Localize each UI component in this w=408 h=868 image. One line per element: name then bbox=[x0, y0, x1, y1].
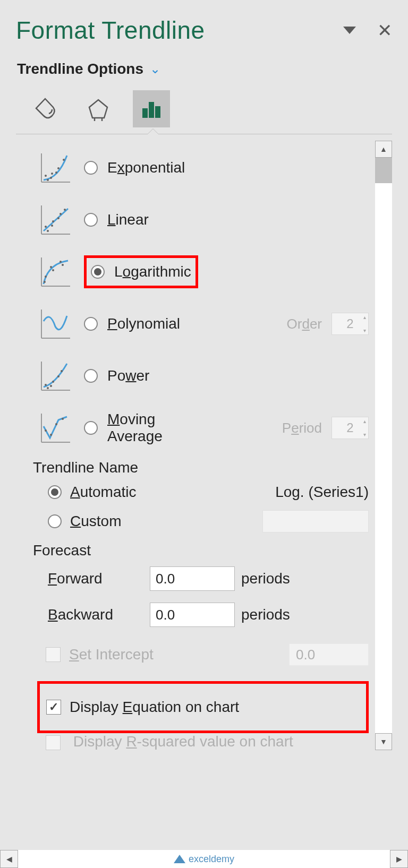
forecast-forward-row: Forward periods bbox=[37, 566, 369, 591]
trendline-type-polynomial[interactable]: Polynomial Order 2▴▾ bbox=[37, 303, 369, 345]
label-power: Power bbox=[107, 367, 149, 384]
display-equation-highlight: Display Equation on chart bbox=[37, 681, 369, 733]
close-icon[interactable]: ✕ bbox=[377, 20, 392, 41]
svg-point-37 bbox=[45, 384, 47, 386]
automatic-name-value: Log. (Series1) bbox=[275, 484, 369, 501]
radio-name-automatic[interactable] bbox=[48, 485, 62, 499]
scroll-track[interactable] bbox=[375, 158, 392, 733]
vertical-scrollbar[interactable]: ▲ ▼ bbox=[375, 141, 392, 750]
ma-period-label: Period bbox=[282, 420, 322, 436]
tabs-divider bbox=[16, 134, 392, 134]
pane-header: Format Trendline ✕ bbox=[16, 16, 392, 45]
svg-point-8 bbox=[45, 175, 47, 177]
svg-point-48 bbox=[62, 418, 64, 420]
svg-point-20 bbox=[52, 220, 54, 222]
label-logarithmic: Logarithmic bbox=[114, 263, 191, 280]
trendline-name-automatic-row[interactable]: Automatic Log. (Series1) bbox=[37, 484, 369, 501]
linear-icon bbox=[37, 201, 74, 238]
moving-average-icon bbox=[37, 409, 74, 446]
pane-title: Format Trendline bbox=[16, 16, 205, 45]
trendline-type-power[interactable]: Power bbox=[37, 355, 369, 397]
hscroll-track[interactable]: exceldemy bbox=[18, 850, 390, 868]
watermark-icon bbox=[174, 855, 185, 863]
section-forecast: Forecast bbox=[33, 542, 369, 559]
label-name-custom: Custom bbox=[70, 513, 121, 530]
custom-name-input[interactable] bbox=[262, 510, 369, 532]
trendline-type-exponential[interactable]: Exponential bbox=[37, 147, 369, 188]
svg-point-11 bbox=[50, 177, 52, 179]
watermark-text: exceldemy bbox=[189, 854, 234, 865]
horizontal-scrollbar[interactable]: ◀ exceldemy ▶ bbox=[0, 850, 408, 868]
scroll-thumb[interactable] bbox=[375, 158, 392, 183]
set-intercept-input: 0.0 bbox=[289, 643, 369, 666]
radio-polynomial[interactable] bbox=[84, 317, 98, 331]
svg-point-21 bbox=[51, 225, 53, 227]
radio-moving-average[interactable] bbox=[84, 421, 98, 435]
scroll-up-button[interactable]: ▲ bbox=[375, 141, 392, 158]
tab-fill-line[interactable] bbox=[27, 90, 64, 127]
label-moving-average: MovingAverage bbox=[107, 411, 163, 445]
radio-linear[interactable] bbox=[84, 213, 98, 227]
svg-point-14 bbox=[63, 159, 65, 161]
forward-label: Forward bbox=[48, 570, 143, 587]
svg-point-30 bbox=[52, 269, 54, 271]
logarithmic-highlight: Logarithmic bbox=[84, 255, 198, 288]
forward-input[interactable] bbox=[150, 566, 235, 591]
svg-point-40 bbox=[50, 385, 52, 387]
trendline-type-logarithmic[interactable]: Logarithmic bbox=[37, 251, 369, 293]
svg-point-47 bbox=[55, 423, 57, 425]
svg-point-45 bbox=[45, 429, 47, 432]
svg-point-23 bbox=[57, 217, 60, 219]
power-icon bbox=[37, 357, 74, 394]
svg-point-22 bbox=[60, 213, 62, 215]
scroll-down-button[interactable]: ▼ bbox=[375, 733, 392, 750]
backward-input[interactable] bbox=[150, 603, 235, 627]
radio-exponential[interactable] bbox=[84, 161, 98, 175]
chevron-down-icon: ⌄ bbox=[150, 62, 160, 76]
svg-point-42 bbox=[57, 375, 60, 377]
header-controls: ✕ bbox=[343, 20, 392, 41]
radio-logarithmic[interactable] bbox=[91, 265, 105, 279]
svg-rect-4 bbox=[149, 102, 154, 118]
tab-effects[interactable] bbox=[80, 90, 117, 127]
svg-point-12 bbox=[57, 167, 60, 169]
label-polynomial: Polynomial bbox=[107, 315, 180, 332]
section-trendline-name: Trendline Name bbox=[33, 459, 369, 476]
radio-name-custom[interactable] bbox=[48, 514, 62, 528]
display-r2-row-cutoff: Display R-squared value on chart bbox=[37, 733, 369, 750]
format-trendline-pane: Format Trendline ✕ Trendline Options ⌄ E… bbox=[0, 0, 408, 868]
svg-rect-5 bbox=[155, 106, 160, 118]
svg-point-19 bbox=[47, 230, 49, 232]
svg-point-32 bbox=[62, 264, 64, 266]
trendline-name-custom-row[interactable]: Custom bbox=[37, 510, 369, 532]
label-display-equation: Display Equation on chart bbox=[70, 699, 239, 716]
svg-rect-3 bbox=[142, 108, 148, 118]
svg-point-39 bbox=[52, 381, 54, 383]
label-exponential: Exponential bbox=[107, 159, 185, 176]
display-equation-row[interactable]: Display Equation on chart bbox=[46, 691, 360, 723]
trendline-type-moving-average[interactable]: MovingAverage Period 2▴▾ bbox=[37, 407, 369, 449]
svg-point-13 bbox=[55, 171, 57, 174]
svg-point-46 bbox=[50, 434, 52, 436]
option-tabs bbox=[16, 90, 392, 127]
svg-line-17 bbox=[44, 209, 68, 231]
svg-point-38 bbox=[47, 387, 49, 389]
polynomial-order-label: Order bbox=[287, 316, 322, 332]
forward-unit: periods bbox=[241, 570, 290, 587]
svg-point-41 bbox=[61, 370, 63, 372]
svg-point-29 bbox=[50, 266, 52, 268]
hscroll-left-button[interactable]: ◀ bbox=[0, 850, 18, 868]
label-name-automatic: Automatic bbox=[70, 484, 137, 501]
radio-power[interactable] bbox=[84, 369, 98, 383]
label-linear: Linear bbox=[107, 211, 149, 228]
trendline-type-linear[interactable]: Linear bbox=[37, 199, 369, 240]
svg-point-18 bbox=[45, 226, 47, 228]
backward-unit: periods bbox=[241, 606, 290, 623]
pane-options-dropdown-icon[interactable] bbox=[343, 27, 356, 34]
checkbox-display-equation[interactable] bbox=[46, 700, 61, 715]
hscroll-right-button[interactable]: ▶ bbox=[390, 850, 408, 868]
polynomial-order-input: 2▴▾ bbox=[332, 313, 369, 335]
tab-trendline-options[interactable] bbox=[133, 90, 170, 127]
options-selector[interactable]: Trendline Options ⌄ bbox=[17, 61, 392, 78]
set-intercept-row: Set Intercept 0.0 bbox=[37, 639, 369, 671]
